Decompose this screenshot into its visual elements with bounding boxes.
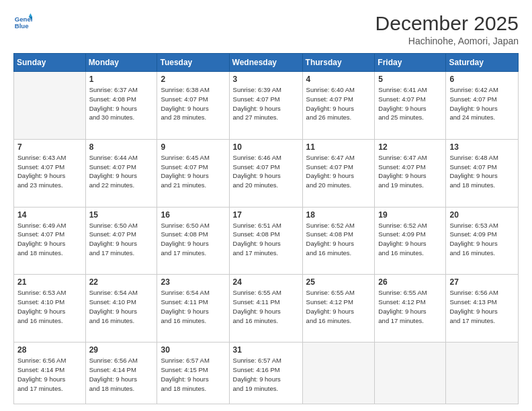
day-info: Sunrise: 6:55 AM Sunset: 4:12 PM Dayligh…	[378, 288, 442, 325]
day-number: 14	[17, 210, 82, 220]
calendar-cell: 24Sunrise: 6:55 AM Sunset: 4:11 PM Dayli…	[229, 275, 302, 342]
logo: General Blue	[13, 12, 32, 31]
header: General Blue December 2025 Hachinohe, Ao…	[13, 12, 519, 46]
calendar-cell: 8Sunrise: 6:44 AM Sunset: 4:07 PM Daylig…	[85, 139, 157, 207]
day-number: 25	[306, 277, 371, 287]
day-info: Sunrise: 6:54 AM Sunset: 4:11 PM Dayligh…	[161, 288, 225, 325]
day-info: Sunrise: 6:47 AM Sunset: 4:07 PM Dayligh…	[378, 153, 442, 190]
weekday-header: Sunday	[14, 54, 86, 72]
calendar-cell: 29Sunrise: 6:56 AM Sunset: 4:14 PM Dayli…	[85, 342, 157, 404]
calendar-cell	[375, 342, 446, 404]
day-info: Sunrise: 6:42 AM Sunset: 4:07 PM Dayligh…	[449, 85, 515, 122]
day-number: 17	[233, 210, 299, 220]
calendar-week-row: 21Sunrise: 6:53 AM Sunset: 4:10 PM Dayli…	[14, 275, 519, 342]
day-info: Sunrise: 6:49 AM Sunset: 4:07 PM Dayligh…	[17, 221, 82, 258]
logo-icon: General Blue	[13, 12, 32, 31]
month-title: December 2025	[375, 12, 519, 34]
calendar-page: General Blue December 2025 Hachinohe, Ao…	[0, 0, 532, 411]
day-info: Sunrise: 6:57 AM Sunset: 4:15 PM Dayligh…	[161, 356, 225, 393]
calendar-cell: 14Sunrise: 6:49 AM Sunset: 4:07 PM Dayli…	[14, 207, 86, 275]
day-info: Sunrise: 6:51 AM Sunset: 4:08 PM Dayligh…	[233, 221, 299, 258]
day-info: Sunrise: 6:55 AM Sunset: 4:11 PM Dayligh…	[233, 288, 299, 325]
calendar-cell: 31Sunrise: 6:57 AM Sunset: 4:16 PM Dayli…	[229, 342, 302, 404]
calendar-cell: 9Sunrise: 6:45 AM Sunset: 4:07 PM Daylig…	[157, 139, 229, 207]
calendar-cell: 3Sunrise: 6:39 AM Sunset: 4:07 PM Daylig…	[229, 72, 302, 140]
day-info: Sunrise: 6:50 AM Sunset: 4:07 PM Dayligh…	[89, 221, 154, 258]
calendar-cell: 28Sunrise: 6:56 AM Sunset: 4:14 PM Dayli…	[14, 342, 86, 404]
calendar-cell: 4Sunrise: 6:40 AM Sunset: 4:07 PM Daylig…	[302, 72, 375, 140]
calendar-cell	[14, 72, 86, 140]
day-info: Sunrise: 6:54 AM Sunset: 4:10 PM Dayligh…	[89, 288, 154, 325]
day-number: 1	[89, 75, 154, 84]
calendar-week-row: 14Sunrise: 6:49 AM Sunset: 4:07 PM Dayli…	[14, 207, 519, 275]
day-number: 2	[161, 75, 225, 84]
day-info: Sunrise: 6:55 AM Sunset: 4:12 PM Dayligh…	[306, 288, 371, 325]
day-number: 9	[161, 142, 225, 152]
day-number: 18	[306, 210, 371, 220]
day-number: 10	[233, 142, 299, 152]
day-number: 29	[89, 345, 154, 355]
calendar-week-row: 7Sunrise: 6:43 AM Sunset: 4:07 PM Daylig…	[14, 139, 519, 207]
day-info: Sunrise: 6:53 AM Sunset: 4:10 PM Dayligh…	[17, 288, 82, 325]
day-number: 11	[306, 142, 371, 152]
day-number: 5	[378, 75, 442, 84]
calendar-cell: 12Sunrise: 6:47 AM Sunset: 4:07 PM Dayli…	[375, 139, 446, 207]
day-info: Sunrise: 6:40 AM Sunset: 4:07 PM Dayligh…	[306, 85, 371, 122]
svg-text:Blue: Blue	[15, 22, 29, 30]
day-number: 20	[449, 210, 515, 220]
calendar-cell: 23Sunrise: 6:54 AM Sunset: 4:11 PM Dayli…	[157, 275, 229, 342]
calendar-cell	[302, 342, 375, 404]
weekday-header: Tuesday	[157, 54, 229, 72]
day-info: Sunrise: 6:44 AM Sunset: 4:07 PM Dayligh…	[89, 153, 154, 190]
calendar-cell: 27Sunrise: 6:56 AM Sunset: 4:13 PM Dayli…	[446, 275, 519, 342]
day-number: 22	[89, 277, 154, 287]
day-number: 3	[233, 75, 299, 84]
weekday-header: Saturday	[446, 54, 519, 72]
day-number: 6	[449, 75, 515, 84]
calendar-cell: 19Sunrise: 6:52 AM Sunset: 4:09 PM Dayli…	[375, 207, 446, 275]
calendar-cell: 20Sunrise: 6:53 AM Sunset: 4:09 PM Dayli…	[446, 207, 519, 275]
day-info: Sunrise: 6:37 AM Sunset: 4:08 PM Dayligh…	[89, 85, 154, 122]
weekday-header: Wednesday	[229, 54, 302, 72]
calendar-cell: 22Sunrise: 6:54 AM Sunset: 4:10 PM Dayli…	[85, 275, 157, 342]
calendar-cell: 2Sunrise: 6:38 AM Sunset: 4:07 PM Daylig…	[157, 72, 229, 140]
weekday-header: Thursday	[302, 54, 375, 72]
day-info: Sunrise: 6:56 AM Sunset: 4:14 PM Dayligh…	[17, 356, 82, 393]
day-number: 21	[17, 277, 82, 287]
day-info: Sunrise: 6:38 AM Sunset: 4:07 PM Dayligh…	[161, 85, 225, 122]
calendar-cell: 6Sunrise: 6:42 AM Sunset: 4:07 PM Daylig…	[446, 72, 519, 140]
day-info: Sunrise: 6:52 AM Sunset: 4:08 PM Dayligh…	[306, 221, 371, 258]
header-row: SundayMondayTuesdayWednesdayThursdayFrid…	[14, 54, 519, 72]
day-info: Sunrise: 6:57 AM Sunset: 4:16 PM Dayligh…	[233, 356, 299, 393]
calendar-cell: 1Sunrise: 6:37 AM Sunset: 4:08 PM Daylig…	[85, 72, 157, 140]
day-number: 15	[89, 210, 154, 220]
day-number: 30	[161, 345, 225, 355]
day-number: 8	[89, 142, 154, 152]
day-number: 23	[161, 277, 225, 287]
day-number: 31	[233, 345, 299, 355]
day-info: Sunrise: 6:56 AM Sunset: 4:14 PM Dayligh…	[89, 356, 154, 393]
day-info: Sunrise: 6:45 AM Sunset: 4:07 PM Dayligh…	[161, 153, 225, 190]
calendar-cell: 18Sunrise: 6:52 AM Sunset: 4:08 PM Dayli…	[302, 207, 375, 275]
calendar-cell: 26Sunrise: 6:55 AM Sunset: 4:12 PM Dayli…	[375, 275, 446, 342]
calendar-cell	[446, 342, 519, 404]
calendar-cell: 17Sunrise: 6:51 AM Sunset: 4:08 PM Dayli…	[229, 207, 302, 275]
day-info: Sunrise: 6:41 AM Sunset: 4:07 PM Dayligh…	[378, 85, 442, 122]
title-block: December 2025 Hachinohe, Aomori, Japan	[375, 12, 519, 46]
day-number: 7	[17, 142, 82, 152]
day-info: Sunrise: 6:39 AM Sunset: 4:07 PM Dayligh…	[233, 85, 299, 122]
location: Hachinohe, Aomori, Japan	[375, 36, 519, 46]
day-number: 19	[378, 210, 442, 220]
calendar-cell: 25Sunrise: 6:55 AM Sunset: 4:12 PM Dayli…	[302, 275, 375, 342]
day-number: 27	[449, 277, 515, 287]
day-number: 24	[233, 277, 299, 287]
weekday-header: Friday	[375, 54, 446, 72]
weekday-header: Monday	[85, 54, 157, 72]
day-info: Sunrise: 6:43 AM Sunset: 4:07 PM Dayligh…	[17, 153, 82, 190]
day-info: Sunrise: 6:47 AM Sunset: 4:07 PM Dayligh…	[306, 153, 371, 190]
calendar-cell: 16Sunrise: 6:50 AM Sunset: 4:08 PM Dayli…	[157, 207, 229, 275]
day-info: Sunrise: 6:56 AM Sunset: 4:13 PM Dayligh…	[449, 288, 515, 325]
calendar-week-row: 1Sunrise: 6:37 AM Sunset: 4:08 PM Daylig…	[14, 72, 519, 140]
day-info: Sunrise: 6:46 AM Sunset: 4:07 PM Dayligh…	[233, 153, 299, 190]
day-info: Sunrise: 6:48 AM Sunset: 4:07 PM Dayligh…	[449, 153, 515, 190]
